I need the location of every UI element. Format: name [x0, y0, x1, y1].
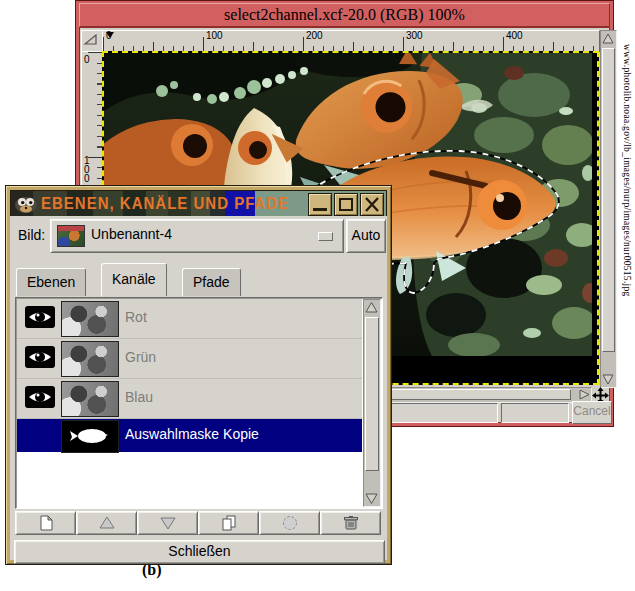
channel-to-selection-button[interactable] — [259, 511, 320, 535]
channels-dialog: EBENEN, KANÄLE UND PFADE Bild: Unbenannt… — [5, 185, 392, 565]
image-menu-value: Unbenannt-4 — [91, 226, 172, 242]
delete-channel-button[interactable] — [320, 511, 381, 535]
dialog-titlebar[interactable]: EBENEN, KANÄLE UND PFADE — [10, 190, 387, 218]
raise-channel-button[interactable] — [76, 511, 137, 535]
ruler-corner-button[interactable] — [81, 30, 103, 52]
channel-thumbnail — [61, 341, 119, 377]
delete-channel-icon — [341, 514, 361, 532]
dialog-body: Bild: Unbenannt-4 Auto Ebenen Kanäle Pfa… — [10, 216, 387, 560]
mask-thumbnail — [61, 420, 119, 453]
tab-kanaele[interactable]: Kanäle — [101, 263, 167, 296]
image-option-menu[interactable]: Unbenannt-4 — [50, 219, 344, 253]
lower-channel-icon — [158, 514, 178, 532]
scroll-up-icon[interactable] — [365, 301, 378, 314]
vertical-scrollbar-thumb[interactable] — [602, 48, 615, 352]
tab-bar: Ebenen Kanäle Pfade — [16, 262, 381, 296]
maximize-button[interactable] — [334, 193, 358, 216]
close-label: Schließen — [168, 543, 230, 559]
close-dialog-button[interactable]: Schließen — [14, 540, 385, 564]
visibility-eye-icon[interactable] — [25, 306, 55, 328]
h-ruler-label: 300 — [406, 31, 423, 41]
channel-name: Rot — [125, 309, 147, 325]
option-menu-indicator-icon — [318, 232, 333, 241]
wilber-icon — [14, 194, 38, 214]
maximize-icon — [339, 198, 353, 211]
image-window-titlebar[interactable]: select2channel.xcf-20.0 (RGB) 100% — [79, 3, 610, 27]
new-channel-icon — [36, 514, 56, 532]
auto-button[interactable]: Auto — [346, 219, 386, 253]
tab-pfade[interactable]: Pfade — [182, 268, 241, 296]
cancel-label: Cancel — [573, 404, 610, 418]
ruler-position-marker — [106, 32, 114, 38]
visibility-eye-icon[interactable] — [25, 346, 55, 368]
channel-name: Auswahlmaske Kopie — [125, 426, 259, 442]
h-ruler-label: 400 — [506, 31, 523, 41]
duplicate-channel-button[interactable] — [198, 511, 259, 535]
close-button[interactable] — [360, 193, 384, 216]
duplicate-channel-icon — [219, 514, 239, 532]
channel-row-gruen[interactable]: Grün — [17, 339, 362, 379]
dialog-title: EBENEN, KANÄLE UND PFADE — [41, 195, 289, 213]
tab-ebenen[interactable]: Ebenen — [16, 268, 86, 296]
h-ruler-label: 100 — [206, 31, 223, 41]
scroll-up-icon[interactable] — [602, 33, 614, 45]
minimize-icon — [313, 208, 327, 211]
image-window-title: select2channel.xcf-20.0 (RGB) 100% — [224, 6, 465, 23]
horizontal-ruler: 0 100 200 300 400 — [102, 30, 600, 52]
v-ruler-label: 100 — [84, 156, 91, 183]
new-channel-button[interactable] — [15, 511, 76, 535]
scroll-right-icon[interactable] — [578, 389, 590, 400]
list-scrollbar-thumb[interactable] — [365, 317, 379, 471]
close-icon — [361, 194, 383, 215]
h-ruler-label: 200 — [306, 31, 323, 41]
auto-label: Auto — [352, 227, 381, 243]
channel-thumbnail — [61, 301, 119, 337]
visibility-eye-icon[interactable] — [25, 386, 55, 408]
progress-bar-field — [501, 403, 569, 423]
scroll-down-icon[interactable] — [602, 373, 614, 385]
channel-thumbnail — [61, 381, 119, 417]
vertical-scrollbar[interactable] — [600, 30, 617, 388]
channel-row-auswahlmaske[interactable]: Auswahlmaske Kopie — [17, 419, 362, 452]
corner-triangle-icon — [82, 31, 100, 49]
channel-to-selection-icon — [280, 514, 300, 532]
channel-list: Rot Grün — [15, 297, 383, 509]
minimize-button[interactable] — [308, 193, 332, 216]
cancel-button[interactable]: Cancel — [572, 401, 612, 424]
image-menu-label: Bild: — [18, 227, 45, 243]
v-ruler-label: 0 — [84, 55, 91, 64]
photo-credit-caption: www.photolib.noaa.gov/lb_images/nurp/ima… — [618, 44, 632, 344]
channel-name: Blau — [125, 389, 153, 405]
channel-row-rot[interactable]: Rot — [17, 299, 362, 339]
image-thumbnail-icon — [57, 225, 85, 247]
lower-channel-button[interactable] — [137, 511, 198, 535]
list-scrollbar[interactable] — [363, 299, 381, 507]
channel-row-blau[interactable]: Blau — [17, 379, 362, 419]
channel-toolbar — [15, 511, 381, 535]
scroll-down-icon[interactable] — [365, 492, 378, 505]
channel-name: Grün — [125, 349, 156, 365]
raise-channel-icon — [97, 514, 117, 532]
